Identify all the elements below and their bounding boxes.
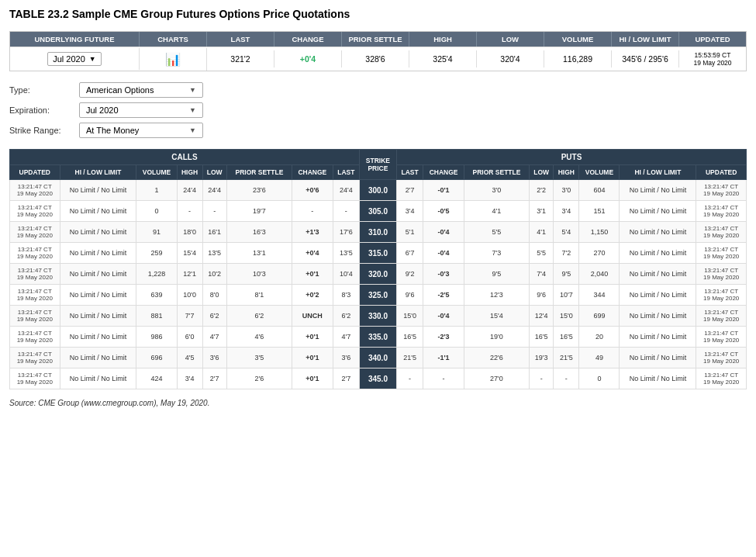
options-table: CALLS STRIKEPRICE PUTS UPDATED HI / LOW … <box>9 149 747 389</box>
strike-range-label: Strike Range: <box>9 126 79 135</box>
fh-high: HIGH <box>409 32 477 47</box>
type-arrow: ▼ <box>189 86 196 94</box>
fd-prior-settle: 328'6 <box>342 50 409 67</box>
table-row: 13:21:47 CT 19 May 2020 No Limit / No Li… <box>10 327 747 348</box>
call-change: UNCH <box>292 306 333 327</box>
strike-price: 310.0 <box>359 222 396 243</box>
call-volume: 0 <box>136 201 177 222</box>
fd-change: +0'4 <box>274 50 342 67</box>
put-high: 3'4 <box>554 201 579 222</box>
table-row: 13:21:47 CT 19 May 2020 No Limit / No Li… <box>10 180 747 201</box>
put-volume: 270 <box>579 243 620 264</box>
fd-high: 325'4 <box>409 50 477 67</box>
call-high: 6'0 <box>177 327 202 348</box>
put-updated: 13:21:47 CT 19 May 2020 <box>696 348 747 368</box>
title-text: Sample CME Group Futures Options Price Q… <box>69 8 350 20</box>
call-updated: 13:21:47 CT 19 May 2020 <box>10 327 60 348</box>
page-title: TABLE 23.2 Sample CME Group Futures Opti… <box>9 8 747 20</box>
call-last: 13'5 <box>333 243 359 264</box>
call-low: 4'7 <box>202 327 226 348</box>
put-change: -0'3 <box>423 264 464 285</box>
table-row: 13:21:47 CT 19 May 2020 No Limit / No Li… <box>10 348 747 368</box>
put-change: -0'4 <box>423 306 464 327</box>
call-updated: 13:21:47 CT 19 May 2020 <box>10 306 60 327</box>
put-volume: 344 <box>579 285 620 306</box>
put-hilow: No Limit / No Limit <box>620 285 696 306</box>
put-last: 5'1 <box>396 222 423 243</box>
put-updated: 13:21:47 CT 19 May 2020 <box>696 180 747 201</box>
call-low: 13'5 <box>202 243 226 264</box>
call-high: 24'4 <box>177 180 202 201</box>
call-high: 7'7 <box>177 306 202 327</box>
put-high: 5'4 <box>554 222 579 243</box>
put-volume: 20 <box>579 327 620 348</box>
call-low: 10'2 <box>202 264 226 285</box>
put-prior-settle: 7'3 <box>464 243 529 264</box>
call-prior-settle: 6'2 <box>226 306 292 327</box>
put-hilow: No Limit / No Limit <box>620 348 696 368</box>
fd-charts[interactable]: 📊 <box>140 48 207 71</box>
put-hilow: No Limit / No Limit <box>620 180 696 201</box>
put-last: 6'7 <box>396 243 423 264</box>
put-change: -0'1 <box>423 180 464 201</box>
put-last: 21'5 <box>396 348 423 368</box>
futures-data: Jul 2020 ▼ 📊 321'2 +0'4 328'6 325'4 320'… <box>10 47 746 71</box>
type-label: Type: <box>9 85 79 95</box>
call-prior-settle: 16'3 <box>226 222 292 243</box>
strike-price: 340.0 <box>359 348 396 368</box>
strike-price: 305.0 <box>359 201 396 222</box>
put-prior-settle: 3'0 <box>464 180 529 201</box>
put-prior-settle: 22'6 <box>464 348 529 368</box>
expiration-select[interactable]: Jul 2020 ▼ <box>79 102 203 118</box>
put-prior-settle: 12'3 <box>464 285 529 306</box>
call-volume: 259 <box>136 243 177 264</box>
type-value: American Options <box>86 85 154 95</box>
call-updated: 13:21:47 CT 19 May 2020 <box>10 201 60 222</box>
call-hilow: No Limit / No Limit <box>60 180 136 201</box>
call-hilow: No Limit / No Limit <box>60 243 136 264</box>
call-updated: 13:21:47 CT 19 May 2020 <box>10 264 60 285</box>
filter-strike-row: Strike Range: At The Money ▼ <box>9 123 747 138</box>
put-change: - <box>423 368 464 389</box>
table-row: 13:21:47 CT 19 May 2020 No Limit / No Li… <box>10 264 747 285</box>
strike-price: 320.0 <box>359 264 396 285</box>
call-last: 6'2 <box>333 306 359 327</box>
underlying-value: Jul 2020 <box>53 54 85 64</box>
fd-underlying[interactable]: Jul 2020 ▼ <box>10 48 140 70</box>
call-change: +0'4 <box>292 243 333 264</box>
table-row: 13:21:47 CT 19 May 2020 No Limit / No Li… <box>10 368 747 389</box>
call-prior-settle: 10'3 <box>226 264 292 285</box>
put-low: - <box>530 368 554 389</box>
fh-hilow-limit: HI / LOW LIMIT <box>612 32 679 47</box>
call-prior-settle: 13'1 <box>226 243 292 264</box>
expiration-value: Jul 2020 <box>86 106 119 115</box>
strike-range-select[interactable]: At The Money ▼ <box>79 123 203 138</box>
call-prior-settle: 4'6 <box>226 327 292 348</box>
underlying-select[interactable]: Jul 2020 ▼ <box>47 52 102 66</box>
call-hilow: No Limit / No Limit <box>60 368 136 389</box>
put-last: 3'4 <box>396 201 423 222</box>
put-volume: 151 <box>579 201 620 222</box>
type-select[interactable]: American Options ▼ <box>79 82 203 98</box>
call-low: - <box>202 201 226 222</box>
call-low: 8'0 <box>202 285 226 306</box>
call-change: +0'1 <box>292 348 333 368</box>
calls-col-last: LAST <box>333 165 359 180</box>
call-last: 4'7 <box>333 327 359 348</box>
call-low: 6'2 <box>202 306 226 327</box>
put-hilow: No Limit / No Limit <box>620 201 696 222</box>
fd-volume: 116,289 <box>544 50 612 67</box>
expiration-label: Expiration: <box>9 106 79 115</box>
call-hilow: No Limit / No Limit <box>60 327 136 348</box>
put-volume: 0 <box>579 368 620 389</box>
put-hilow: No Limit / No Limit <box>620 264 696 285</box>
call-last: 17'6 <box>333 222 359 243</box>
call-low: 2'7 <box>202 368 226 389</box>
put-last: - <box>396 368 423 389</box>
call-high: 15'4 <box>177 243 202 264</box>
call-hilow: No Limit / No Limit <box>60 264 136 285</box>
call-updated: 13:21:47 CT 19 May 2020 <box>10 243 60 264</box>
call-prior-settle: 3'5 <box>226 348 292 368</box>
call-volume: 424 <box>136 368 177 389</box>
put-updated: 13:21:47 CT 19 May 2020 <box>696 201 747 222</box>
